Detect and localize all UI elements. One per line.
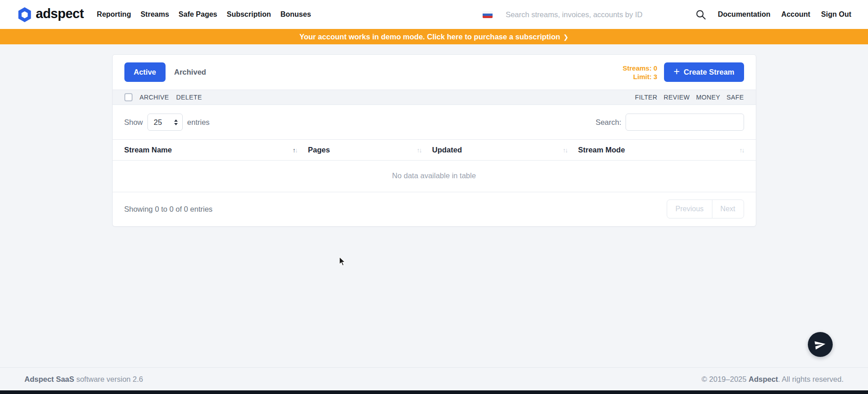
entries-summary: Showing 0 to 0 of 0 entries xyxy=(124,205,213,214)
mouse-cursor xyxy=(339,256,346,266)
main-menu: Reporting Streams Safe Pages Subscriptio… xyxy=(97,10,311,19)
sort-icon: ↑↓ xyxy=(417,147,421,154)
tab-archived[interactable]: Archived xyxy=(174,68,206,76)
previous-page-button[interactable]: Previous xyxy=(667,199,712,218)
column-label: Stream Mode xyxy=(578,146,625,154)
table-search-input[interactable] xyxy=(626,114,744,131)
create-stream-button[interactable]: + Create Stream xyxy=(664,62,744,82)
link-sign-out[interactable]: Sign Out xyxy=(821,10,851,19)
page-size-select[interactable]: 25 xyxy=(147,114,183,131)
column-label: Stream Name xyxy=(124,146,172,154)
sort-icon: ↑↓ xyxy=(740,147,744,154)
demo-mode-banner[interactable]: Your account works in demo mode. Click h… xyxy=(0,29,868,44)
language-flag-icon[interactable] xyxy=(483,11,493,18)
plus-icon: + xyxy=(674,66,679,78)
telegram-plane-icon xyxy=(813,338,826,351)
nav-item-reporting[interactable]: Reporting xyxy=(97,10,131,19)
bottom-dark-bar xyxy=(0,390,868,394)
global-search-input[interactable] xyxy=(506,10,687,19)
top-navigation: adspect Reporting Streams Safe Pages Sub… xyxy=(0,0,868,29)
column-updated[interactable]: Updated ↑↓ xyxy=(432,140,578,161)
chevron-right-icon: ❯ xyxy=(563,33,569,41)
empty-message: No data available in table xyxy=(113,161,756,192)
filter-review[interactable]: REVIEW xyxy=(664,94,690,101)
nav-item-streams[interactable]: Streams xyxy=(141,10,169,19)
sort-icon: ↑↓ xyxy=(563,147,567,154)
global-search-area xyxy=(483,9,706,20)
header-links: Documentation Account Sign Out xyxy=(718,10,851,19)
table-search-area: Search: xyxy=(596,114,744,131)
link-account[interactable]: Account xyxy=(781,10,810,19)
nav-item-safe-pages[interactable]: Safe Pages xyxy=(179,10,217,19)
footer-brand: Adspect SaaS xyxy=(24,375,74,383)
stream-quota: Streams: 0 Limit: 3 xyxy=(622,64,657,81)
table-search-label: Search: xyxy=(596,118,621,127)
nav-item-subscription[interactable]: Subscription xyxy=(227,10,271,19)
brand-logo[interactable]: adspect xyxy=(18,7,84,23)
quota-limit: Limit: 3 xyxy=(633,72,657,81)
filter-money[interactable]: MONEY xyxy=(696,94,720,101)
sort-icon: ↑↓ xyxy=(293,147,297,154)
quota-streams: Streams: 0 xyxy=(622,64,657,72)
show-label: Show xyxy=(124,118,143,127)
nav-item-bonuses[interactable]: Bonuses xyxy=(280,10,311,19)
select-all-checkbox[interactable] xyxy=(124,93,133,101)
filter-safe[interactable]: SAFE xyxy=(726,94,744,101)
footer-copyright: © 2019–2025 Adspect. All rights reserved… xyxy=(702,375,844,384)
column-pages[interactable]: Pages ↑↓ xyxy=(308,140,432,161)
demo-banner-text: Your account works in demo mode. Click h… xyxy=(299,33,560,41)
next-page-button[interactable]: Next xyxy=(712,199,744,218)
page-size-value: 25 xyxy=(154,118,162,127)
column-label: Updated xyxy=(432,146,462,154)
quick-filters: FILTER REVIEW MONEY SAFE xyxy=(635,94,744,101)
bulk-actions: ARCHIVE DELETE xyxy=(124,93,202,101)
table-header-row: Stream Name ↑↓ Pages ↑↓ Updated ↑↓ xyxy=(113,140,756,161)
streams-table: Stream Name ↑↓ Pages ↑↓ Updated ↑↓ xyxy=(113,139,756,192)
card-header-right: Streams: 0 Limit: 3 + Create Stream xyxy=(622,62,744,82)
column-stream-mode[interactable]: Stream Mode ↑↓ xyxy=(578,140,756,161)
streams-card: Active Archived Streams: 0 Limit: 3 + Cr… xyxy=(112,54,756,227)
telegram-button[interactable] xyxy=(808,332,833,357)
column-stream-name[interactable]: Stream Name ↑↓ xyxy=(113,140,308,161)
tab-active[interactable]: Active xyxy=(124,62,166,82)
updown-arrows-icon xyxy=(174,119,178,125)
link-documentation[interactable]: Documentation xyxy=(718,10,770,19)
action-delete[interactable]: DELETE xyxy=(176,94,202,101)
column-label: Pages xyxy=(308,146,330,154)
filter-filter[interactable]: FILTER xyxy=(635,94,658,101)
card-header: Active Archived Streams: 0 Limit: 3 + Cr… xyxy=(113,55,756,90)
empty-row: No data available in table xyxy=(113,161,756,192)
create-stream-label: Create Stream xyxy=(684,68,735,76)
card-footer: Showing 0 to 0 of 0 entries Previous Nex… xyxy=(113,192,756,226)
table-controls: Show 25 entries Search: xyxy=(113,105,756,139)
page-footer: Adspect SaaS software version 2.6 © 2019… xyxy=(0,367,868,390)
footer-version: Adspect SaaS software version 2.6 xyxy=(24,375,143,384)
pagination: Previous Next xyxy=(667,199,744,218)
adspect-logo-icon xyxy=(18,7,32,23)
entries-label: entries xyxy=(187,118,210,127)
footer-brand: Adspect xyxy=(749,375,778,383)
brand-name: adspect xyxy=(36,7,84,22)
search-icon[interactable] xyxy=(696,9,706,20)
bulk-toolbar: ARCHIVE DELETE FILTER REVIEW MONEY SAFE xyxy=(113,90,756,105)
action-archive[interactable]: ARCHIVE xyxy=(140,94,169,101)
